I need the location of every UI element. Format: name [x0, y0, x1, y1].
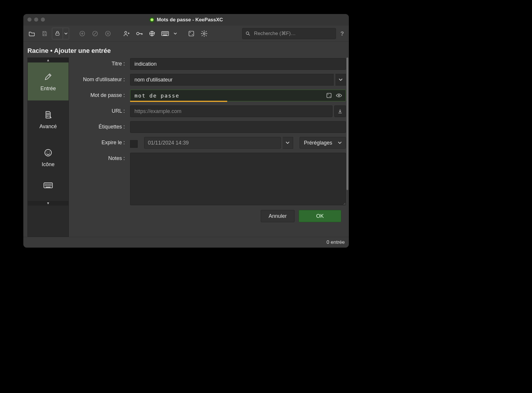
title-label: Titre : — [72, 58, 130, 67]
expires-checkbox[interactable] — [130, 140, 138, 148]
lock-database-group — [52, 28, 69, 39]
toolbar: ? — [23, 26, 349, 42]
app-window: Mots de passe - KeePassXC — [23, 14, 349, 248]
edit-entry-button[interactable] — [90, 28, 101, 39]
pencil-icon — [43, 72, 53, 82]
lock-database-button[interactable] — [52, 28, 63, 39]
tabs-scroll-up[interactable]: ▲ — [28, 58, 69, 62]
ok-button[interactable]: OK — [299, 210, 341, 222]
svg-point-12 — [246, 32, 249, 34]
title-input[interactable] — [130, 58, 346, 70]
side-tabs: ▲ Entrée Avancé Icôn — [27, 58, 69, 237]
svg-point-21 — [338, 95, 340, 96]
auto-type-button[interactable] — [160, 28, 171, 39]
delete-entry-button[interactable] — [102, 28, 113, 39]
dialog-buttons: Annuler OK — [72, 205, 346, 222]
password-generator-icon[interactable] — [326, 92, 332, 99]
notes-label: Notes : — [72, 153, 130, 161]
expires-input[interactable]: 01/11/2024 14:39 — [144, 137, 281, 149]
tabs-scroll-down[interactable]: ▼ — [28, 201, 69, 206]
settings-button[interactable] — [199, 28, 210, 39]
svg-point-10 — [192, 34, 193, 35]
svg-point-19 — [328, 94, 328, 95]
password-strength-bar — [130, 101, 227, 102]
keyboard-icon — [43, 180, 53, 191]
toggle-password-visibility-icon[interactable] — [336, 92, 342, 99]
search-box[interactable] — [242, 28, 336, 39]
auto-type-dropdown[interactable] — [172, 32, 178, 35]
zoom-window-button[interactable] — [41, 18, 45, 22]
notes-textarea[interactable] — [130, 153, 346, 205]
password-input[interactable] — [130, 90, 346, 101]
svg-point-16 — [49, 152, 50, 152]
username-dropdown[interactable] — [335, 74, 346, 86]
tab-advanced[interactable]: Avancé — [28, 100, 69, 138]
svg-point-15 — [47, 152, 48, 152]
svg-point-9 — [190, 32, 191, 33]
svg-point-5 — [136, 32, 139, 35]
download-favicon-button[interactable] — [334, 105, 346, 117]
entry-count: 0 entrée — [327, 239, 345, 245]
breadcrumb: Racine • Ajouter une entrée — [23, 42, 349, 58]
content: Racine • Ajouter une entrée ▲ Entrée Ava… — [23, 42, 349, 248]
open-url-button[interactable] — [147, 28, 158, 39]
svg-rect-0 — [56, 33, 59, 35]
password-generator-button[interactable] — [186, 28, 197, 39]
tab-icon-label: Icône — [42, 161, 55, 168]
tab-advanced-label: Avancé — [39, 124, 57, 130]
password-label: Mot de passe : — [72, 90, 130, 98]
username-label: Nom d'utilisateur : — [72, 74, 130, 83]
svg-point-4 — [125, 32, 127, 34]
close-window-button[interactable] — [27, 18, 32, 22]
window-title: Mots de passe - KeePassXC — [149, 17, 223, 23]
svg-point-13 — [51, 117, 52, 118]
expires-label: Expire le : — [72, 137, 130, 146]
svg-point-14 — [45, 149, 52, 156]
tab-entry-label: Entrée — [40, 86, 56, 92]
minimize-window-button[interactable] — [34, 18, 38, 22]
username-input[interactable] — [130, 74, 334, 86]
url-input[interactable] — [130, 105, 332, 117]
lock-dropdown-button[interactable] — [63, 28, 69, 39]
search-icon — [245, 31, 251, 36]
scrollbar-thumb[interactable] — [346, 58, 348, 190]
copy-password-button[interactable] — [134, 28, 145, 39]
smile-icon — [43, 147, 53, 158]
form-area: Titre : Nom d'utilisateur : — [69, 58, 349, 237]
tags-input[interactable] — [130, 121, 346, 133]
svg-rect-8 — [189, 31, 194, 36]
cancel-button[interactable]: Annuler — [261, 210, 295, 222]
document-edit-icon — [43, 109, 53, 120]
tab-entry[interactable]: Entrée — [28, 62, 69, 100]
expires-dropdown[interactable] — [283, 137, 293, 149]
search-input[interactable] — [253, 30, 333, 37]
svg-point-11 — [203, 33, 205, 34]
save-database-button[interactable] — [39, 28, 50, 39]
tags-label: Étiquettes : — [72, 121, 130, 130]
url-label: URL : — [72, 105, 130, 114]
window-title-text: Mots de passe - KeePassXC — [157, 17, 223, 23]
svg-rect-18 — [327, 93, 331, 98]
open-database-button[interactable] — [26, 28, 37, 39]
titlebar: Mots de passe - KeePassXC — [23, 14, 349, 26]
svg-point-20 — [330, 96, 330, 97]
tab-autotype[interactable] — [28, 176, 69, 201]
presets-button[interactable]: Préréglages — [300, 137, 346, 149]
tab-icon[interactable]: Icône — [28, 138, 69, 176]
form-scrollbar[interactable] — [346, 58, 349, 237]
help-button[interactable]: ? — [338, 30, 346, 37]
copy-username-button[interactable] — [121, 28, 132, 39]
new-entry-button[interactable] — [77, 28, 88, 39]
statusbar: 0 entrée — [23, 237, 349, 248]
keepassxc-icon — [149, 17, 155, 22]
traffic-lights — [27, 18, 45, 22]
